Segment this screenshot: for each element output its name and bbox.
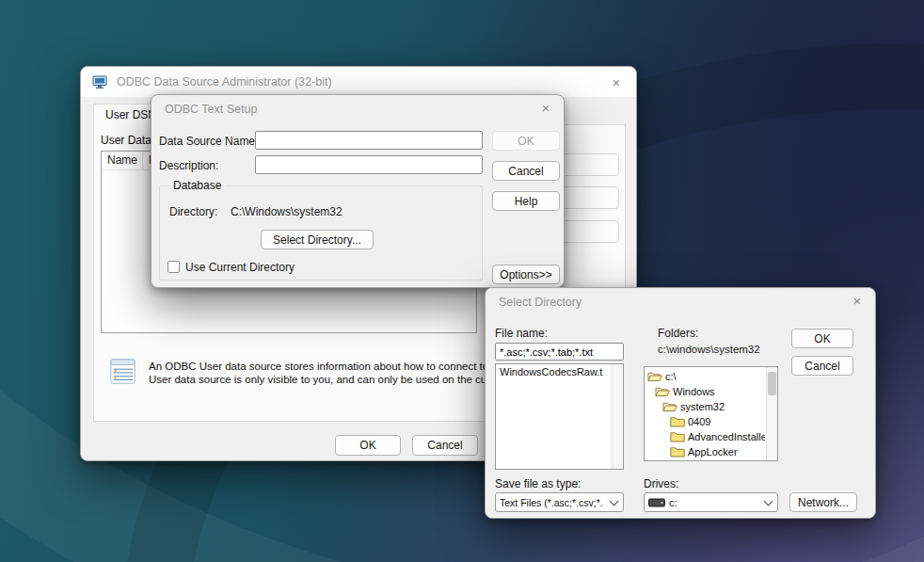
open-folder-icon	[655, 386, 670, 397]
data-source-name-label: Data Source Name:	[159, 135, 258, 148]
select-directory-button[interactable]: Select Directory...	[261, 230, 374, 249]
drives-label: Drives:	[644, 477, 678, 490]
tree-item-advancedinstallers[interactable]: AdvancedInstallers	[645, 429, 765, 444]
directory-value: C:\Windows\system32	[231, 205, 343, 218]
dsn-info-icon	[109, 357, 137, 387]
drives-dropdown[interactable]: c:	[644, 492, 778, 512]
text-setup-help-button[interactable]: Help	[492, 191, 560, 211]
file-name-label: File name:	[495, 327, 548, 340]
tree-item-label: Windows	[673, 386, 715, 397]
file-name-input[interactable]	[495, 343, 624, 361]
open-folder-icon	[662, 401, 677, 412]
description-label: Description:	[159, 159, 218, 172]
info-text-line1: An ODBC User data source stores informat…	[149, 361, 489, 372]
select-directory-cancel-button[interactable]: Cancel	[791, 356, 853, 376]
directory-tree[interactable]: c:\ Windows system32 0409	[644, 366, 778, 461]
directory-label: Directory:	[169, 205, 217, 218]
use-current-directory-label: Use Current Directory	[185, 261, 295, 274]
text-setup-title[interactable]: ODBC Text Setup	[165, 103, 257, 116]
tree-item-windows[interactable]: Windows	[645, 384, 765, 399]
tree-item-root[interactable]: c:\	[645, 369, 765, 384]
tree-item-label: c:\	[665, 371, 677, 382]
admin-titlebar[interactable]: ODBC Data Source Administrator (32-bit) …	[81, 67, 636, 97]
closed-folder-icon	[670, 446, 685, 458]
tree-item-label: AdvancedInstallers	[688, 431, 765, 442]
tree-item-system32[interactable]: system32	[645, 399, 765, 414]
closed-folder-icon	[670, 416, 685, 427]
drives-value: c:	[669, 497, 677, 508]
folders-label: Folders:	[658, 327, 698, 340]
save-file-as-type-dropdown[interactable]: Text Files (*.asc;*.csv;*.	[495, 492, 624, 512]
description-input[interactable]	[255, 155, 483, 174]
tree-item-label: AppLocker	[688, 446, 738, 458]
network-button[interactable]: Network...	[789, 492, 857, 512]
admin-close-icon[interactable]: ×	[608, 75, 625, 89]
text-setup-close-icon[interactable]: ×	[537, 101, 554, 115]
file-list-scrollbar[interactable]	[612, 364, 623, 469]
text-setup-cancel-button[interactable]: Cancel	[492, 161, 560, 181]
tree-item-0409[interactable]: 0409	[645, 414, 765, 429]
folders-current-path: c:\windows\system32	[658, 344, 760, 355]
select-directory-dialog: Select Directory × File name: Folders: c…	[485, 287, 876, 519]
directory-tree-scrollbar[interactable]	[766, 367, 777, 460]
odbc-app-icon	[92, 74, 108, 89]
select-directory-close-icon[interactable]: ×	[849, 294, 866, 308]
info-text-line2: User data source is only visible to you,…	[149, 374, 489, 385]
data-source-name-input[interactable]	[255, 131, 483, 150]
scrollbar-thumb[interactable]	[768, 372, 776, 395]
chevron-down-icon	[610, 496, 619, 506]
chevron-down-icon	[764, 496, 773, 506]
use-current-directory-checkbox[interactable]	[167, 261, 180, 273]
admin-ok-button[interactable]: OK	[335, 435, 401, 456]
admin-window-title: ODBC Data Source Administrator (32-bit)	[117, 75, 332, 88]
admin-cancel-button[interactable]: Cancel	[412, 435, 478, 456]
drive-icon	[648, 498, 665, 507]
tree-item-applocker[interactable]: AppLocker	[645, 444, 765, 459]
file-list-item[interactable]: WindowsCodecsRaw.t	[496, 364, 611, 379]
tree-item-label: system32	[680, 401, 725, 412]
select-directory-title[interactable]: Select Directory	[499, 296, 581, 309]
database-group-label: Database	[169, 179, 225, 192]
save-type-value: Text Files (*.asc;*.csv;*.	[500, 497, 603, 508]
select-directory-ok-button[interactable]: OK	[791, 329, 853, 348]
odbc-text-setup-dialog: ODBC Text Setup × Data Source Name: Desc…	[151, 94, 565, 288]
text-setup-ok-button: OK	[492, 131, 560, 151]
open-folder-icon	[647, 371, 662, 382]
closed-folder-icon	[670, 431, 685, 442]
text-setup-options-button[interactable]: Options>>	[492, 265, 560, 284]
database-groupbox: Database Directory: C:\Windows\system32 …	[159, 185, 483, 281]
tree-item-label: 0409	[688, 416, 710, 427]
save-file-as-type-label: Save file as type:	[495, 477, 581, 490]
file-list[interactable]: WindowsCodecsRaw.t	[495, 363, 624, 470]
column-header-name[interactable]: Name	[102, 152, 143, 169]
